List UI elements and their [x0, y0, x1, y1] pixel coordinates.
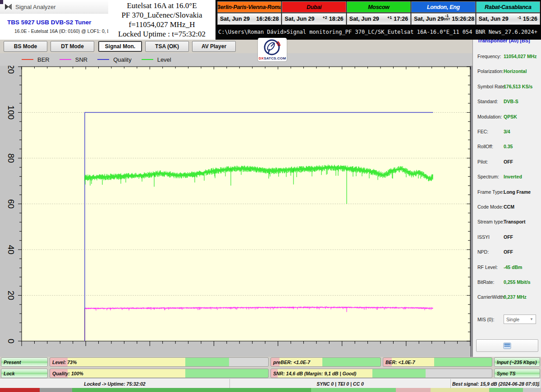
satellite-dish-icon: [263, 38, 281, 56]
background-window-strip: [0, 388, 541, 392]
transponder-value: 0.35: [504, 144, 513, 149]
background-window-segment: [311, 388, 396, 392]
transponder-row-rf-level-: RF Level:-45 dBm: [477, 264, 540, 271]
transponder-row-symbol-rate-: Symbol Rate:176,513 KS/s: [477, 84, 540, 90]
statusbar-locked: Locked -> Uptime: 75:32:02: [0, 379, 230, 388]
clock-time-value: 18:26: [329, 16, 344, 22]
mis-label: MIS (0):: [477, 317, 494, 322]
legend-swatch: [142, 59, 153, 60]
statusbar-best: Best signal: 15,9 dB (2024-06-28 07:03): [451, 379, 541, 388]
clock-date: Sat, Jun 29: [414, 16, 444, 22]
transponder-label: Spectrum:: [477, 174, 499, 179]
background-window-segment: [523, 388, 541, 392]
legend-swatch: [22, 59, 33, 60]
clock-dubai: DubaiSat, Jun 29+218:26: [282, 1, 346, 26]
transponder-value: DVB-S: [504, 99, 518, 104]
console-window: Berlin-Paris-Vienna-RomaSat, Jun 2916:26…: [215, 0, 541, 40]
transponder-label: Standard:: [477, 99, 498, 104]
meter-level: Level: 73%: [50, 357, 269, 367]
clock-city-label: Moscow: [347, 1, 411, 13]
clock-date: Sat, Jun 29: [284, 16, 322, 22]
clock-utc-offset: +1: [387, 16, 392, 19]
transponder-label: Frequency:: [477, 54, 501, 59]
tab-bs-mode[interactable]: BS Mode: [4, 41, 47, 52]
transponder-value: 176,513 KS/s: [504, 84, 532, 89]
status-sync-ts: Sync TS: [494, 369, 540, 378]
transponder-row-spectrum-: Spectrum:Inverted: [477, 174, 540, 180]
meter-text: Present: [4, 360, 21, 365]
clock-datetime: Sat, Jun 29+218:26: [282, 13, 346, 25]
legend-label: Quality: [113, 56, 131, 63]
world-clocks: Berlin-Paris-Vienna-RomaSat, Jun 2916:26…: [217, 1, 540, 26]
dxsatcs-logo: DXSATCS.COM: [258, 38, 287, 61]
clock-utc-offset: +2: [323, 16, 327, 19]
chevron-down-icon: ▼: [530, 317, 533, 321]
transponder-label: RollOff:: [477, 144, 493, 149]
clock-time-value: 15:26: [523, 16, 537, 22]
save-button[interactable]: [476, 339, 538, 352]
svg-text:120: 120: [6, 66, 16, 74]
clock-datetime: Sat, Jun 29+117:26: [347, 13, 411, 25]
transponder-row-issyi: ISSYIOFF: [477, 234, 540, 241]
dxsatcs-logo-text: DXSATCS.COM: [258, 56, 287, 60]
clock-city-label: Dubai: [282, 1, 346, 13]
meter-text: Input (~235 Kbps): [497, 360, 536, 365]
clock-moscow: MoscowSat, Jun 29+117:26: [347, 1, 411, 26]
meter-text: Sync TS: [497, 371, 515, 376]
signal-chart: 020406080100120: [0, 66, 472, 357]
clock-rabat-casablanca: Rabat-CasablancaSat, Jun 29-115:26: [476, 1, 540, 26]
legend-item-level: Level: [142, 56, 171, 63]
meter-quality: Quality: 100%: [50, 369, 269, 378]
clock-city-label: Rabat-Casablanca: [476, 1, 540, 13]
transponder-value: CCM: [504, 204, 514, 210]
transponder-label: FEC:: [477, 129, 488, 134]
legend-label: BER: [37, 56, 50, 63]
status-meters: PresentLevel: 73%preBER: <1.0E-7BER: <1.…: [0, 357, 541, 378]
transponder-row-modulation-: Modulation:QPSK: [477, 114, 540, 120]
transponder-label: Pilot:: [477, 159, 488, 164]
transponder-value: Horizontal: [504, 68, 527, 74]
window-corner-accent: [0, 0, 3, 4]
clock-berlin-paris-vienna-roma: Berlin-Paris-Vienna-RomaSat, Jun 2916:26…: [217, 1, 281, 26]
clock-datetime: Sat, Jun 2916:26:28: [217, 13, 281, 25]
resize-grip[interactable]: [535, 381, 540, 387]
tab-tsa-ok-[interactable]: TSA (OK): [145, 41, 189, 52]
transponder-row-stream-type-: Stream type:Transport: [477, 219, 540, 225]
clock-datetime: Sat, Jun 29-115:26: [476, 13, 540, 25]
legend-label: Level: [157, 56, 171, 63]
tab-signal-mon-[interactable]: Signal Mon.: [98, 41, 142, 52]
transponder-row-frequency-: Frequency:11054,027 MHz: [477, 54, 540, 60]
legend-item-ber: BER: [22, 56, 50, 63]
statusbar-sync: SYNC 0 | TEI 0 | CC 0: [230, 379, 451, 388]
legend-swatch: [60, 59, 71, 60]
clock-date: Sat, Jun 29: [349, 16, 387, 22]
transponder-value: QPSK: [504, 114, 517, 119]
transponder-row-bitrate-: BitRate:0,255 Mbit/s: [477, 279, 540, 286]
transponder-value: OFF: [504, 159, 513, 164]
meter-ber: BER: <1.0E-7: [383, 357, 492, 367]
legend-item-quality: Quality: [97, 56, 131, 63]
svg-text:20: 20: [6, 291, 16, 300]
meter-text: Level: 73%: [52, 360, 77, 365]
transponder-row-npd-: NPD:OFF: [477, 249, 540, 255]
svg-text:80: 80: [6, 153, 16, 163]
mis-dropdown[interactable]: Single ▼: [504, 315, 536, 324]
transponder-label: NPD:: [477, 249, 489, 255]
svg-text:40: 40: [6, 245, 16, 254]
clock-time-value: 17:26: [394, 16, 408, 22]
legend-item-snr: SNR: [60, 56, 87, 63]
transponder-label: Stream type:: [477, 219, 504, 224]
transponder-value: Long Frame: [504, 189, 531, 195]
transponder-row-polarization-: Polarization:Horizontal: [477, 68, 540, 75]
meter-snr: SNR: 14,6 dB (Margin: 9,1 dB | Good): [270, 369, 492, 378]
transponder-value: OFF: [504, 249, 513, 255]
meter-text: BER: <1.0E-7: [385, 360, 415, 365]
svg-text:100: 100: [6, 105, 16, 120]
clock-utc-offset: -1DST: [444, 14, 450, 21]
svg-text:60: 60: [6, 199, 16, 209]
background-window-segment: [489, 388, 523, 392]
background-window-segment: [396, 388, 431, 392]
tab-dt-mode[interactable]: DT Mode: [50, 41, 94, 52]
signal-analyzer-window: Signal Analyzer TBS 5927 USB DVB-S2 Tune…: [0, 0, 541, 392]
tab-av-player[interactable]: AV Player: [192, 41, 236, 52]
